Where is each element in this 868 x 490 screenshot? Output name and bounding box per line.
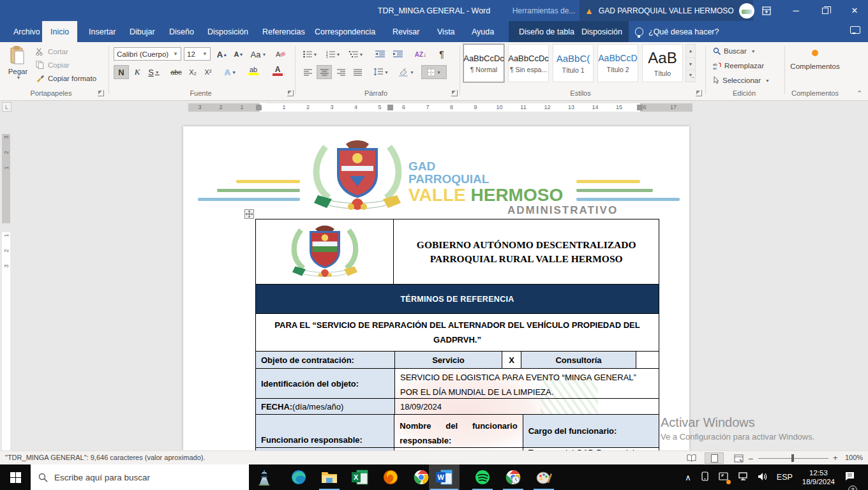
account-panel[interactable]: ▲! GAD PARROQUIAL VALLE HERMOSO [580, 0, 753, 21]
highlight-color-button[interactable]: ab [243, 64, 264, 78]
multilevel-list-button[interactable]: ▼ [346, 47, 366, 61]
feedback-comment-icon[interactable] [850, 26, 860, 34]
dialog-launcher-icon[interactable] [98, 90, 104, 96]
ribbon-display-options-icon[interactable] [752, 0, 781, 21]
zoom-in-button[interactable]: + [833, 453, 838, 463]
chrome-profile-icon[interactable] [498, 464, 528, 490]
language-indicator[interactable]: ESP [777, 473, 793, 482]
cut-button[interactable]: Cortar [36, 47, 68, 56]
network-icon[interactable] [738, 472, 749, 483]
clear-formatting-button[interactable]: A [273, 47, 288, 61]
gallery-up-icon[interactable]: ▲ [686, 45, 695, 57]
tab-referencias[interactable]: Referencias [254, 21, 313, 42]
print-layout-icon[interactable] [705, 452, 724, 464]
zoom-out-button[interactable]: − [748, 454, 753, 464]
font-family-select[interactable]: Calibri (Cuerpo)▼ [114, 47, 181, 61]
gallery-down-icon[interactable]: ▼ [686, 57, 695, 70]
tab-diseno-de-tabla[interactable]: Diseño de tabla [511, 21, 583, 42]
subscript-button[interactable]: X₂ [185, 65, 200, 79]
document-page[interactable]: GAD PARROQUIAL VALLE HERMOSO ADMINISTRAT… [183, 126, 689, 450]
addins-button[interactable]: Complementos [786, 47, 844, 70]
file-explorer-icon[interactable] [314, 464, 345, 490]
grow-font-button[interactable]: A▲ [214, 47, 230, 61]
document-table[interactable]: GOBIERNO AUTÓNOMO DESCENTRALIZADO PARROQ… [255, 219, 659, 450]
minimize-button[interactable]: ─ [781, 0, 811, 21]
zoom-slider-handle[interactable] [791, 454, 794, 462]
bold-button[interactable]: N [114, 65, 129, 79]
tab-revisar[interactable]: Revisar [384, 21, 428, 42]
strikethrough-button[interactable]: abc [167, 65, 185, 79]
font-size-select[interactable]: 12▼ [184, 47, 211, 61]
tell-me-box[interactable]: ¿Qué desea hacer? [635, 21, 719, 42]
first-line-indent-marker[interactable] [259, 103, 266, 110]
underline-button[interactable]: S▼ [144, 65, 163, 79]
start-button[interactable] [0, 464, 31, 490]
superscript-button[interactable]: X² [200, 65, 216, 79]
paste-button[interactable]: Pegar ▼ [6, 46, 29, 85]
style-card-sin-espaciado[interactable]: AaBbCcDc ¶ Sin espa... [508, 44, 549, 82]
justify-button[interactable] [350, 65, 365, 79]
line-spacing-button[interactable]: ▼ [370, 65, 392, 79]
web-layout-icon[interactable] [729, 452, 748, 464]
clock[interactable]: 12:53 18/9/2024 [802, 468, 835, 486]
numbered-list-button[interactable]: 123▼ [323, 47, 343, 61]
tab-ayuda[interactable]: Ayuda [463, 21, 502, 42]
gallery-more-icon[interactable]: ▼̲ [686, 70, 695, 82]
style-card-titulo[interactable]: AaB Título [642, 44, 683, 82]
right-indent-marker[interactable] [637, 105, 643, 110]
format-painter-button[interactable]: Copiar formato [36, 74, 96, 82]
spotify-icon[interactable] [467, 464, 498, 490]
tab-correspondencia[interactable]: Correspondencia [306, 21, 384, 42]
select-button[interactable]: Seleccionar▼ [713, 77, 770, 84]
dialog-launcher-icon[interactable] [451, 90, 458, 96]
sync-status-icon[interactable] [719, 471, 729, 483]
taskbar-search[interactable]: Escribe aquí para buscar [31, 464, 249, 490]
change-case-button[interactable]: Aa▼ [249, 47, 268, 61]
style-card-normal[interactable]: AaBbCcDc ¶ Normal [463, 44, 504, 82]
close-button[interactable]: ✕ [840, 0, 868, 21]
dialog-launcher-icon[interactable] [287, 90, 294, 96]
dialog-launcher-icon[interactable] [696, 90, 702, 96]
shrink-font-button[interactable]: A▼ [231, 47, 246, 61]
tab-inicio[interactable]: Inicio [42, 21, 77, 42]
zoom-level[interactable]: 100% [845, 454, 863, 461]
edge-icon[interactable] [283, 464, 314, 490]
restore-button[interactable] [811, 0, 840, 21]
horizontal-ruler[interactable]: 321 12345678910111213141516 17 [188, 103, 692, 112]
paint-icon[interactable] [528, 464, 559, 490]
align-center-button[interactable] [317, 65, 332, 79]
word-icon[interactable]: W [429, 464, 460, 490]
tab-disposicion-tabla[interactable]: Disposición [573, 21, 631, 42]
vertical-ruler[interactable]: 321 123 [2, 125, 10, 450]
firefox-icon[interactable] [375, 464, 406, 490]
italic-button[interactable]: K [130, 65, 144, 79]
bullet-list-button[interactable]: ▼ [300, 47, 320, 61]
tab-selector-box[interactable]: L [2, 102, 11, 112]
styles-gallery-scroll[interactable]: ▲ ▼ ▼̲ [685, 44, 696, 82]
your-phone-icon[interactable] [700, 471, 710, 483]
align-right-button[interactable] [333, 65, 348, 79]
text-effects-button[interactable]: A▼ [221, 65, 240, 79]
tray-chevron-icon[interactable]: ∧ [685, 473, 691, 482]
tab-diseno[interactable]: Diseño [161, 21, 202, 42]
increase-indent-button[interactable] [389, 47, 406, 61]
borders-button[interactable]: ▼ [421, 65, 447, 79]
decrease-indent-button[interactable] [371, 47, 388, 61]
replace-button[interactable]: abac Reemplazar [713, 62, 764, 70]
find-button[interactable]: Buscar▼ [713, 47, 756, 55]
word-count-status[interactable]: "TDR_MINGA GENERAL": 9,646 caracteres (v… [5, 454, 205, 461]
copy-button[interactable]: Copiar [36, 61, 70, 69]
cell-indent-marker[interactable] [387, 105, 393, 110]
excel-icon[interactable]: X [345, 464, 375, 490]
read-mode-icon[interactable] [682, 452, 701, 464]
volume-icon[interactable] [758, 472, 768, 483]
tab-insertar[interactable]: Insertar [80, 21, 124, 42]
tab-disposicion[interactable]: Disposición [199, 21, 257, 42]
style-card-titulo1[interactable]: AaBbC( Título 1 [553, 44, 594, 82]
action-center-icon[interactable]: 3 [844, 471, 861, 483]
font-color-button[interactable]: A [267, 64, 288, 78]
collapse-ribbon-icon[interactable]: ⌃ [857, 89, 862, 98]
shading-button[interactable]: ▼ [396, 65, 417, 79]
show-marks-button[interactable]: ¶ [434, 47, 449, 61]
tab-dibujar[interactable]: Dibujar [121, 21, 163, 42]
